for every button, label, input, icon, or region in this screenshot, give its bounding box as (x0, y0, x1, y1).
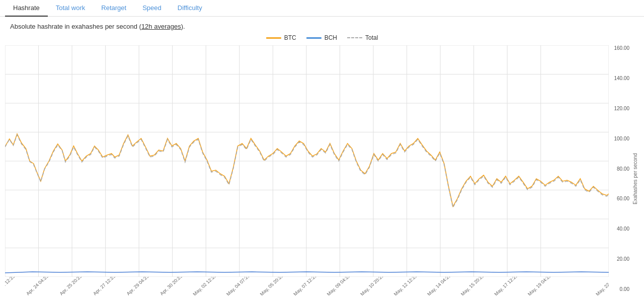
legend-btc: BTC (266, 34, 296, 41)
svg-text:Apr, 25 20:29: Apr, 25 20:29 (58, 277, 83, 296)
svg-text:May, 22 10:29: May, 22 10:29 (595, 277, 609, 296)
svg-text:May, 15 20:29: May, 15 20:29 (459, 277, 486, 296)
legend-btc-label: BTC (284, 34, 296, 41)
y-tick-0: 0.00 (611, 286, 629, 292)
svg-text:Apr, 22 12:29: Apr, 22 12:29 (5, 277, 16, 296)
x-axis-svg: Apr, 22 12:29 Apr, 24 04:29 Apr, 25 20:2… (5, 277, 609, 297)
svg-text:May, 04 07:29: May, 04 07:29 (225, 277, 251, 296)
tab-speed[interactable]: Speed (134, 0, 170, 17)
y-axis-right: 160.00 140.00 120.00 100.00 80.00 60.00 … (609, 45, 631, 297)
svg-text:Apr, 24 04:29: Apr, 24 04:29 (25, 277, 49, 296)
chart-legend: BTC BCH Total (5, 34, 639, 41)
svg-text:Apr, 27 12:29: Apr, 27 12:29 (92, 277, 116, 296)
y-axis-unit-label: Exahashes per second (631, 45, 639, 297)
svg-text:May, 10 20:29: May, 10 20:29 (359, 277, 385, 296)
tab-difficulty[interactable]: Difficulty (170, 0, 210, 17)
legend-bch-label: BCH (325, 34, 337, 41)
y-tick-140: 140.00 (611, 76, 629, 81)
legend-total-line (347, 37, 362, 38)
svg-text:May, 02 12:29: May, 02 12:29 (192, 277, 218, 296)
y-tick-120: 120.00 (611, 106, 629, 111)
svg-text:May, 17 12:29: May, 17 12:29 (493, 277, 519, 296)
svg-text:May, 19 04:29: May, 19 04:29 (526, 277, 552, 296)
y-tick-160: 160.00 (611, 45, 629, 51)
chart-wrapper: Apr, 22 12:29 Apr, 24 04:29 Apr, 25 20:2… (5, 45, 639, 297)
chart-container: BTC BCH Total (0, 34, 644, 297)
bch-line (5, 272, 609, 273)
y-tick-20: 20.00 (611, 256, 629, 262)
svg-text:May, 09 04:29: May, 09 04:29 (326, 277, 352, 296)
legend-bch: BCH (306, 34, 337, 41)
chart-area: Apr, 22 12:29 Apr, 24 04:29 Apr, 25 20:2… (5, 45, 609, 297)
chart-description: Absolute hashrate in exahashes per secon… (0, 21, 644, 34)
x-axis-labels: Apr, 22 12:29 Apr, 24 04:29 Apr, 25 20:2… (5, 277, 609, 297)
svg-text:May, 12 12:29: May, 12 12:29 (392, 277, 419, 296)
y-tick-100: 100.00 (611, 136, 629, 141)
legend-total: Total (347, 34, 378, 41)
svg-text:May, 14 04:29: May, 14 04:29 (426, 277, 452, 296)
svg-text:Apr, 30 20:29: Apr, 30 20:29 (158, 277, 183, 296)
svg-text:Apr, 29 04:29: Apr, 29 04:29 (125, 277, 150, 296)
btc-line (5, 134, 609, 206)
y-tick-40: 40.00 (611, 226, 629, 232)
svg-text:May, 07 12:29: May, 07 12:29 (292, 277, 318, 296)
tabs-container: Hashrate Total work Retarget Speed Diffi… (0, 0, 644, 17)
legend-total-label: Total (365, 34, 378, 41)
total-line (5, 135, 609, 207)
legend-btc-line (266, 37, 281, 39)
y-tick-80: 80.00 (611, 166, 629, 172)
tab-bar: Hashrate Total work Retarget Speed Diffi… (0, 0, 644, 17)
legend-bch-line (306, 37, 321, 39)
chart-svg (5, 45, 609, 277)
tab-total-work[interactable]: Total work (48, 0, 94, 17)
svg-text:May, 05 20:29: May, 05 20:29 (259, 277, 285, 296)
tab-hashrate[interactable]: Hashrate (5, 0, 48, 17)
tab-retarget[interactable]: Retarget (93, 0, 134, 17)
y-tick-60: 60.00 (611, 196, 629, 201)
averages-link[interactable]: 12h averages (141, 23, 181, 30)
